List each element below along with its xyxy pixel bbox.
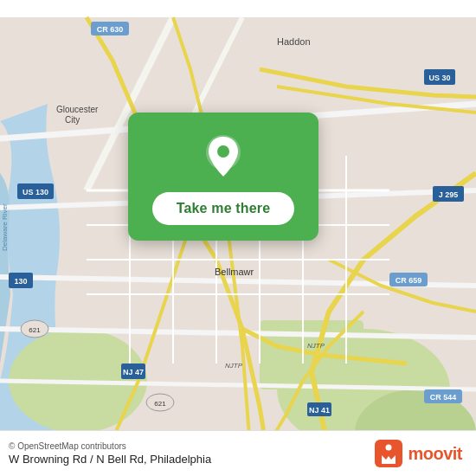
moovit-logo: moovit — [375, 440, 462, 467]
svg-text:Haddon: Haddon — [277, 36, 311, 47]
svg-text:NJ 47: NJ 47 — [123, 368, 144, 376]
svg-text:J 295: J 295 — [439, 190, 459, 199]
svg-point-54 — [386, 445, 392, 451]
svg-text:621: 621 — [29, 326, 41, 334]
svg-text:CR 544: CR 544 — [430, 393, 457, 402]
svg-text:CR 630: CR 630 — [97, 25, 124, 34]
location-card: Take me there — [128, 113, 318, 241]
svg-text:Delaware River: Delaware River — [1, 203, 9, 251]
pin-icon — [203, 133, 244, 180]
address-text: W Browning Rd / N Bell Rd, Philadelphia — [9, 453, 211, 466]
svg-text:NJTP: NJTP — [225, 362, 243, 370]
svg-text:Gloucester: Gloucester — [56, 105, 99, 114]
svg-text:NJ 41: NJ 41 — [309, 406, 330, 415]
svg-text:130: 130 — [14, 277, 27, 286]
svg-text:Bellmawr: Bellmawr — [215, 267, 254, 277]
moovit-text: moovit — [408, 444, 462, 464]
svg-text:US 30: US 30 — [428, 74, 450, 82]
svg-text:CR 659: CR 659 — [396, 276, 422, 285]
svg-text:NJTP: NJTP — [307, 342, 325, 350]
location-icon — [200, 133, 247, 180]
svg-text:621: 621 — [154, 400, 166, 408]
svg-text:City: City — [65, 115, 80, 125]
svg-text:US 130: US 130 — [23, 188, 48, 196]
bottom-bar: © OpenStreetMap contributors W Browning … — [0, 430, 476, 476]
svg-point-52 — [217, 145, 229, 158]
attribution-text: © OpenStreetMap contributors — [9, 441, 211, 451]
take-me-there-button[interactable]: Take me there — [152, 192, 295, 225]
map-container: CR 630 US 30 US 130 J 295 130 621 621 NJ… — [0, 0, 476, 476]
moovit-icon — [375, 440, 402, 467]
